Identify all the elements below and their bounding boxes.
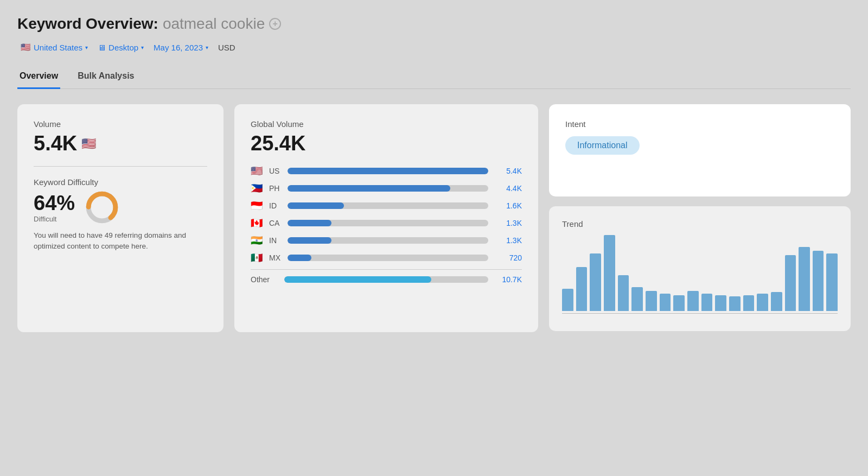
kd-value: 64% [34, 192, 75, 215]
country-chevron-icon: ▾ [85, 45, 88, 50]
divider [34, 166, 207, 167]
ca-code: CA [269, 219, 282, 227]
cards-row: Volume 5.4K 🇺🇸 Keyword Difficulty 64% Di… [17, 104, 851, 332]
ca-flag-icon: 🇨🇦 [251, 217, 264, 229]
trend-bar [715, 295, 726, 311]
ph-volume: 4.4K [494, 184, 522, 193]
trend-bar [785, 255, 796, 311]
trend-bar [618, 275, 629, 311]
global-volume-value: 25.4K [251, 132, 522, 155]
trend-bar [771, 292, 782, 311]
kd-difficulty-label: Difficult [34, 215, 75, 223]
device-filter[interactable]: 🖥 Desktop ▾ [94, 41, 147, 54]
mx-flag-icon: 🇲🇽 [251, 252, 264, 264]
country-flag: 🇺🇸 [21, 42, 31, 52]
us-bar-track [288, 168, 488, 174]
date-chevron-icon: ▾ [206, 45, 208, 50]
kd-row: 64% Difficult [34, 190, 207, 225]
page-container: Keyword Overview: oatmeal cookie + 🇺🇸 Un… [0, 0, 868, 350]
volume-card: Volume 5.4K 🇺🇸 Keyword Difficulty 64% Di… [17, 104, 224, 332]
id-code: ID [269, 201, 282, 210]
us-volume: 5.4K [494, 167, 522, 175]
title-prefix: Keyword Overview: [17, 15, 158, 33]
us-code: US [269, 167, 282, 175]
trend-bar [729, 296, 741, 311]
other-bar-track [284, 276, 488, 283]
currency-label: USD [215, 41, 239, 54]
other-volume: 10.7K [494, 275, 522, 284]
mx-code: MX [269, 253, 282, 262]
trend-bar [590, 253, 601, 311]
add-keyword-icon[interactable]: + [269, 18, 281, 30]
volume-value: 5.4K 🇺🇸 [34, 132, 207, 155]
country-row-id: 🇮🇩 ID 1.6K [251, 200, 522, 212]
trend-bar [631, 287, 643, 311]
country-row-ca: 🇨🇦 CA 1.3K [251, 217, 522, 229]
volume-flag-icon: 🇺🇸 [81, 137, 96, 151]
country-list: 🇺🇸 US 5.4K 🇵🇭 PH 4.4K 🇮🇩 [251, 165, 522, 284]
kd-description: You will need to have 49 referring domai… [34, 230, 207, 252]
kd-label: Keyword Difficulty [34, 177, 207, 187]
trend-bar [757, 294, 768, 311]
other-label: Other [251, 275, 279, 284]
other-row: Other 10.7K [251, 269, 522, 284]
trend-label: Trend [562, 219, 838, 229]
ca-bar-fill [288, 220, 331, 226]
country-row-ph: 🇵🇭 PH 4.4K [251, 182, 522, 194]
right-column: Intent Informational Trend [549, 104, 851, 331]
in-bar-fill [288, 237, 331, 244]
intent-badge: Informational [565, 136, 640, 155]
id-flag-icon: 🇮🇩 [251, 200, 264, 212]
device-label: Desktop [108, 43, 138, 52]
ca-volume: 1.3K [494, 219, 522, 227]
country-row-mx: 🇲🇽 MX 720 [251, 252, 522, 264]
us-flag-icon: 🇺🇸 [251, 165, 264, 177]
other-bar-fill [284, 276, 431, 283]
trend-bar [743, 295, 755, 311]
kd-value-block: 64% Difficult [34, 192, 75, 223]
global-volume-card: Global Volume 25.4K 🇺🇸 US 5.4K 🇵🇭 PH [234, 104, 538, 332]
ph-code: PH [269, 184, 282, 193]
global-volume-label: Global Volume [251, 119, 522, 129]
id-volume: 1.6K [494, 201, 522, 210]
tabs-bar: Overview Bulk Analysis [17, 65, 851, 89]
trend-bar [826, 253, 838, 311]
trend-bar [673, 295, 685, 311]
trend-baseline [562, 313, 838, 314]
mx-volume: 720 [494, 253, 522, 262]
ph-bar-fill [288, 185, 450, 192]
trend-card: Trend [549, 206, 851, 331]
ph-bar-track [288, 185, 488, 192]
intent-label: Intent [565, 119, 834, 129]
trend-chart [562, 235, 838, 311]
trend-bar [562, 289, 573, 311]
mx-bar-track [288, 255, 488, 261]
device-chevron-icon: ▾ [141, 45, 144, 50]
in-bar-track [288, 237, 488, 244]
volume-label: Volume [34, 119, 207, 129]
trend-bar [604, 235, 615, 311]
trend-bar [576, 267, 588, 311]
ca-bar-track [288, 220, 488, 226]
country-label: United States [34, 43, 82, 52]
keyword-value: oatmeal cookie [163, 15, 265, 33]
id-bar-fill [288, 202, 344, 209]
country-row-us: 🇺🇸 US 5.4K [251, 165, 522, 177]
trend-bar [660, 294, 671, 311]
us-bar-fill [288, 168, 488, 174]
trend-bar [813, 251, 824, 311]
trend-bar [799, 247, 810, 311]
trend-bar [646, 291, 657, 311]
mx-bar-fill [288, 255, 311, 261]
in-code: IN [269, 236, 282, 245]
tab-overview[interactable]: Overview [17, 66, 60, 89]
device-icon: 🖥 [98, 43, 106, 52]
date-filter[interactable]: May 16, 2023 ▾ [150, 41, 212, 54]
tab-bulk-analysis[interactable]: Bulk Analysis [75, 66, 136, 89]
intent-card: Intent Informational [549, 104, 851, 196]
country-filter[interactable]: 🇺🇸 United States ▾ [17, 40, 91, 54]
country-row-in: 🇮🇳 IN 1.3K [251, 234, 522, 246]
kd-donut-chart [85, 190, 119, 225]
date-label: May 16, 2023 [154, 43, 203, 52]
page-title: Keyword Overview: oatmeal cookie + [17, 15, 851, 33]
